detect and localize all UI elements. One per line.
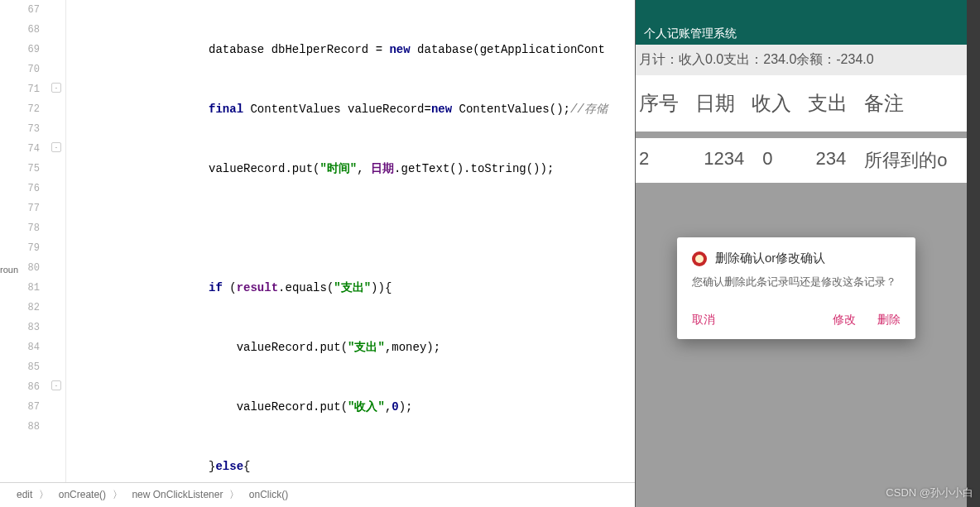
breadcrumb: edit〉 onCreate()〉 new OnClickListener〉 o… — [0, 482, 635, 507]
breadcrumb-item[interactable]: edit — [17, 489, 32, 500]
line-number[interactable]: 83 — [0, 318, 40, 337]
line-number[interactable]: 78 — [0, 218, 40, 238]
android-emulator: 个人记账管理系统 月计：收入0.0支出：234.0余额：-234.0 序号 日期… — [636, 0, 980, 507]
header-expense: 支出 — [808, 90, 848, 117]
breadcrumb-sep: 〉 — [229, 489, 239, 500]
emulator-toolbar[interactable] — [967, 0, 980, 507]
header-seq: 序号 — [639, 90, 679, 117]
main-container: 67 68 69 70 71 72 73 74 75 76 77 78 79 8… — [0, 0, 980, 507]
line-number[interactable]: 82 — [0, 298, 40, 318]
table-row[interactable]: 2 1234 0 234 所得到的o — [636, 138, 980, 183]
breadcrumb-item[interactable]: onClick() — [249, 489, 288, 500]
modify-button[interactable]: 修改 — [833, 313, 856, 328]
app-title-bar: 个人记账管理系统 — [636, 23, 980, 45]
fold-marker-icon[interactable]: - — [51, 380, 61, 390]
table-header-row: 序号 日期 收入 支出 备注 — [636, 75, 980, 132]
line-number-gutter: 67 68 69 70 71 72 73 74 75 76 77 78 79 8… — [0, 0, 50, 482]
line-number[interactable]: 67 — [0, 0, 40, 20]
dialog-title: 删除确认or修改确认 — [715, 251, 825, 266]
code-text-area[interactable]: database dbHelperRecord = new database(g… — [66, 0, 635, 482]
watermark: CSDN @孙小小白 — [886, 485, 973, 500]
fold-marker-icon[interactable]: - — [51, 142, 61, 152]
header-date: 日期 — [695, 90, 735, 117]
cell-income: 0 — [762, 148, 772, 173]
line-number[interactable]: 76 — [0, 179, 40, 198]
header-income: 收入 — [752, 90, 791, 117]
cancel-button[interactable]: 取消 — [692, 313, 715, 328]
breadcrumb-item[interactable]: onCreate() — [59, 489, 106, 500]
delete-button[interactable]: 删除 — [877, 313, 901, 328]
cell-seq: 2 — [639, 148, 649, 173]
confirm-dialog: 删除确认or修改确认 您确认删除此条记录吗还是修改这条记录？ 取消 修改 删除 — [677, 237, 915, 339]
code-content: 67 68 69 70 71 72 73 74 75 76 77 78 79 8… — [0, 0, 635, 482]
line-number[interactable]: 74 — [0, 139, 40, 159]
warning-icon — [692, 251, 707, 266]
fold-gutter: - - - — [50, 0, 66, 482]
line-number[interactable]: 81 — [0, 278, 40, 298]
line-number[interactable]: 70 — [0, 60, 40, 79]
dialog-message: 您确认删除此条记录吗还是修改这条记录？ — [677, 275, 915, 304]
cell-date: 1234 — [704, 148, 744, 173]
line-number[interactable]: 85 — [0, 357, 40, 377]
line-number[interactable]: 69 — [0, 40, 40, 60]
header-note: 备注 — [864, 90, 904, 117]
line-number[interactable]: 87 — [0, 397, 40, 417]
code-editor-panel: 67 68 69 70 71 72 73 74 75 76 77 78 79 8… — [0, 0, 636, 507]
line-number[interactable]: 79 — [0, 238, 40, 258]
line-number[interactable]: 73 — [0, 119, 40, 139]
line-number[interactable]: 68 — [0, 20, 40, 40]
line-number[interactable]: 72 — [0, 99, 40, 119]
summary-bar: 月计：收入0.0支出：234.0余额：-234.0 — [636, 45, 980, 75]
line-number[interactable]: 88 — [0, 417, 40, 437]
line-number[interactable]: 86 — [0, 377, 40, 397]
breadcrumb-item[interactable]: new OnClickListener — [132, 489, 223, 500]
line-number[interactable]: 84 — [0, 337, 40, 357]
line-number[interactable]: 75 — [0, 159, 40, 179]
fold-marker-icon[interactable]: - — [51, 83, 61, 93]
line-number[interactable]: 77 — [0, 198, 40, 218]
breadcrumb-sep: 〉 — [39, 489, 49, 500]
cell-note: 所得到的o — [864, 148, 947, 173]
cell-expense: 234 — [815, 148, 846, 173]
line-number[interactable]: 71 — [0, 79, 40, 99]
breadcrumb-sep: 〉 — [113, 489, 122, 500]
side-panel-text: roun — [0, 265, 18, 275]
emulator-statusbar — [636, 0, 980, 23]
